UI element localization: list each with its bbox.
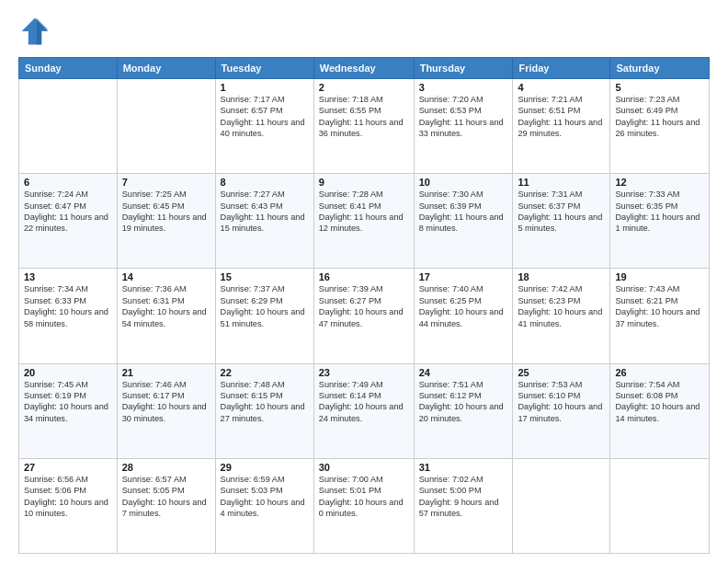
day-number: 12: [615, 177, 704, 188]
calendar-cell: 28Sunrise: 6:57 AM Sunset: 5:05 PM Dayli…: [117, 458, 215, 553]
day-info: Sunrise: 7:42 AM Sunset: 6:23 PM Dayligh…: [518, 283, 605, 329]
day-info: Sunrise: 7:51 AM Sunset: 6:12 PM Dayligh…: [419, 379, 508, 425]
calendar-cell: 12Sunrise: 7:33 AM Sunset: 6:35 PM Dayli…: [610, 174, 710, 269]
day-info: Sunrise: 7:48 AM Sunset: 6:15 PM Dayligh…: [221, 379, 309, 425]
day-number: 31: [419, 462, 508, 473]
day-info: Sunrise: 6:56 AM Sunset: 5:06 PM Dayligh…: [24, 474, 112, 520]
day-number: 28: [122, 462, 210, 473]
calendar-cell: [117, 79, 215, 174]
day-number: 20: [24, 367, 112, 378]
day-number: 29: [221, 462, 309, 473]
calendar-cell: 23Sunrise: 7:49 AM Sunset: 6:14 PM Dayli…: [313, 363, 414, 458]
calendar-cell: 4Sunrise: 7:21 AM Sunset: 6:51 PM Daylig…: [513, 79, 610, 174]
day-number: 11: [518, 177, 605, 188]
day-number: 22: [221, 367, 309, 378]
calendar-cell: 27Sunrise: 6:56 AM Sunset: 5:06 PM Dayli…: [19, 458, 118, 553]
day-info: Sunrise: 7:28 AM Sunset: 6:41 PM Dayligh…: [319, 189, 409, 235]
day-number: 3: [419, 82, 508, 93]
calendar-week-row: 13Sunrise: 7:34 AM Sunset: 6:33 PM Dayli…: [19, 269, 710, 363]
weekday-header-cell: Tuesday: [215, 58, 313, 79]
day-info: Sunrise: 7:00 AM Sunset: 5:01 PM Dayligh…: [319, 474, 409, 520]
day-info: Sunrise: 7:18 AM Sunset: 6:55 PM Dayligh…: [319, 94, 409, 140]
calendar-cell: 25Sunrise: 7:53 AM Sunset: 6:10 PM Dayli…: [513, 363, 610, 458]
day-number: 10: [419, 177, 508, 188]
calendar-cell: 8Sunrise: 7:27 AM Sunset: 6:43 PM Daylig…: [215, 174, 313, 269]
calendar-cell: 6Sunrise: 7:24 AM Sunset: 6:47 PM Daylig…: [19, 174, 118, 269]
weekday-header-cell: Saturday: [610, 58, 710, 79]
day-info: Sunrise: 7:23 AM Sunset: 6:49 PM Dayligh…: [615, 94, 704, 140]
calendar-week-row: 20Sunrise: 7:45 AM Sunset: 6:19 PM Dayli…: [19, 363, 710, 458]
day-info: Sunrise: 7:21 AM Sunset: 6:51 PM Dayligh…: [518, 94, 605, 140]
calendar-cell: 3Sunrise: 7:20 AM Sunset: 6:53 PM Daylig…: [414, 79, 513, 174]
day-info: Sunrise: 7:46 AM Sunset: 6:17 PM Dayligh…: [122, 379, 210, 425]
day-number: 9: [319, 177, 409, 188]
calendar-cell: 5Sunrise: 7:23 AM Sunset: 6:49 PM Daylig…: [610, 79, 710, 174]
calendar-cell: 19Sunrise: 7:43 AM Sunset: 6:21 PM Dayli…: [610, 269, 710, 363]
day-info: Sunrise: 7:25 AM Sunset: 6:45 PM Dayligh…: [122, 189, 210, 235]
calendar-cell: 21Sunrise: 7:46 AM Sunset: 6:17 PM Dayli…: [117, 363, 215, 458]
day-number: 14: [122, 271, 210, 282]
day-info: Sunrise: 7:54 AM Sunset: 6:08 PM Dayligh…: [615, 379, 704, 425]
weekday-header-cell: Friday: [513, 58, 610, 79]
day-info: Sunrise: 7:53 AM Sunset: 6:10 PM Dayligh…: [518, 379, 605, 425]
calendar-cell: 29Sunrise: 6:59 AM Sunset: 5:03 PM Dayli…: [215, 458, 313, 553]
calendar-body: 1Sunrise: 7:17 AM Sunset: 6:57 PM Daylig…: [19, 79, 710, 554]
logo-icon: [18, 15, 51, 48]
weekday-header-row: SundayMondayTuesdayWednesdayThursdayFrid…: [19, 58, 710, 79]
calendar-cell: 9Sunrise: 7:28 AM Sunset: 6:41 PM Daylig…: [313, 174, 414, 269]
calendar-cell: 7Sunrise: 7:25 AM Sunset: 6:45 PM Daylig…: [117, 174, 215, 269]
calendar-cell: [610, 458, 710, 553]
calendar-cell: 10Sunrise: 7:30 AM Sunset: 6:39 PM Dayli…: [414, 174, 513, 269]
day-number: 19: [615, 271, 704, 282]
day-number: 24: [419, 367, 508, 378]
calendar-cell: 11Sunrise: 7:31 AM Sunset: 6:37 PM Dayli…: [513, 174, 610, 269]
calendar-cell: 30Sunrise: 7:00 AM Sunset: 5:01 PM Dayli…: [313, 458, 414, 553]
day-info: Sunrise: 6:59 AM Sunset: 5:03 PM Dayligh…: [221, 474, 309, 520]
day-number: 18: [518, 271, 605, 282]
day-number: 7: [122, 177, 210, 188]
calendar-cell: 17Sunrise: 7:40 AM Sunset: 6:25 PM Dayli…: [414, 269, 513, 363]
day-number: 16: [319, 271, 409, 282]
day-number: 30: [319, 462, 409, 473]
day-info: Sunrise: 6:57 AM Sunset: 5:05 PM Dayligh…: [122, 474, 210, 520]
weekday-header-cell: Wednesday: [313, 58, 414, 79]
day-info: Sunrise: 7:49 AM Sunset: 6:14 PM Dayligh…: [319, 379, 409, 425]
day-info: Sunrise: 7:27 AM Sunset: 6:43 PM Dayligh…: [221, 189, 309, 235]
day-info: Sunrise: 7:45 AM Sunset: 6:19 PM Dayligh…: [24, 379, 112, 425]
calendar-cell: 26Sunrise: 7:54 AM Sunset: 6:08 PM Dayli…: [610, 363, 710, 458]
calendar-cell: 31Sunrise: 7:02 AM Sunset: 5:00 PM Dayli…: [414, 458, 513, 553]
svg-marker-0: [22, 18, 49, 45]
day-number: 6: [24, 177, 112, 188]
calendar-cell: 14Sunrise: 7:36 AM Sunset: 6:31 PM Dayli…: [117, 269, 215, 363]
day-number: 2: [319, 82, 409, 93]
header: [18, 15, 710, 48]
day-number: 25: [518, 367, 605, 378]
day-number: 26: [615, 367, 704, 378]
logo: [18, 15, 55, 48]
calendar-cell: 13Sunrise: 7:34 AM Sunset: 6:33 PM Dayli…: [19, 269, 118, 363]
calendar-cell: 18Sunrise: 7:42 AM Sunset: 6:23 PM Dayli…: [513, 269, 610, 363]
day-info: Sunrise: 7:33 AM Sunset: 6:35 PM Dayligh…: [615, 189, 704, 235]
day-info: Sunrise: 7:36 AM Sunset: 6:31 PM Dayligh…: [122, 283, 210, 329]
calendar-cell: 22Sunrise: 7:48 AM Sunset: 6:15 PM Dayli…: [215, 363, 313, 458]
calendar-week-row: 6Sunrise: 7:24 AM Sunset: 6:47 PM Daylig…: [19, 174, 710, 269]
day-number: 4: [518, 82, 605, 93]
calendar-cell: 2Sunrise: 7:18 AM Sunset: 6:55 PM Daylig…: [313, 79, 414, 174]
day-number: 8: [221, 177, 309, 188]
calendar-cell: 15Sunrise: 7:37 AM Sunset: 6:29 PM Dayli…: [215, 269, 313, 363]
day-info: Sunrise: 7:34 AM Sunset: 6:33 PM Dayligh…: [24, 283, 112, 329]
day-number: 23: [319, 367, 409, 378]
day-number: 17: [419, 271, 508, 282]
day-number: 5: [615, 82, 704, 93]
day-info: Sunrise: 7:24 AM Sunset: 6:47 PM Dayligh…: [24, 189, 112, 235]
weekday-header-cell: Thursday: [414, 58, 513, 79]
calendar-cell: [513, 458, 610, 553]
day-info: Sunrise: 7:39 AM Sunset: 6:27 PM Dayligh…: [319, 283, 409, 329]
day-number: 27: [24, 462, 112, 473]
day-info: Sunrise: 7:20 AM Sunset: 6:53 PM Dayligh…: [419, 94, 508, 140]
day-number: 21: [122, 367, 210, 378]
calendar-cell: 24Sunrise: 7:51 AM Sunset: 6:12 PM Dayli…: [414, 363, 513, 458]
page: SundayMondayTuesdayWednesdayThursdayFrid…: [0, 0, 728, 563]
day-info: Sunrise: 7:40 AM Sunset: 6:25 PM Dayligh…: [419, 283, 508, 329]
calendar-cell: 16Sunrise: 7:39 AM Sunset: 6:27 PM Dayli…: [313, 269, 414, 363]
